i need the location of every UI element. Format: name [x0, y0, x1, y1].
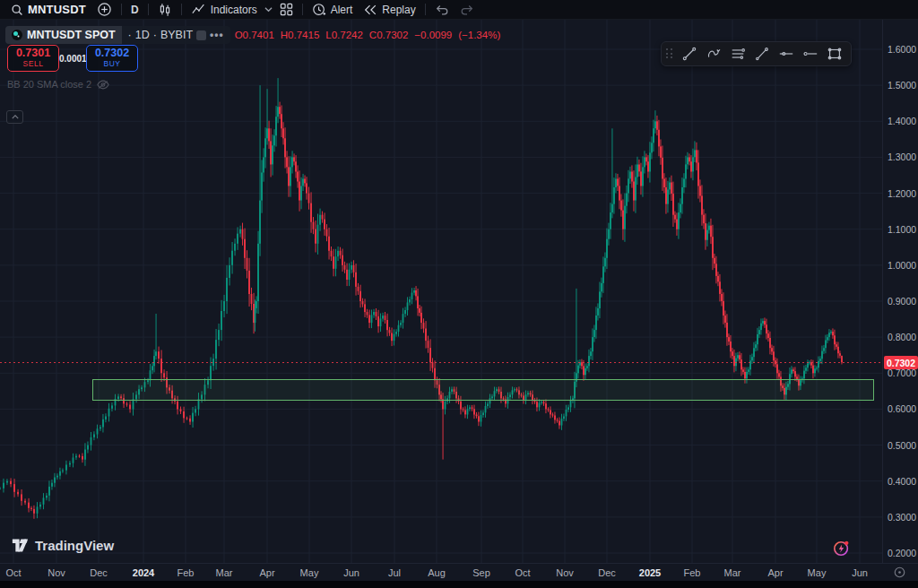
time-tick-label: Oct	[515, 567, 530, 578]
legend-more-button[interactable]: •••	[210, 29, 224, 41]
time-axis[interactable]: OctNovDec2024FebMarAprMayJunJulAugSepOct…	[0, 563, 918, 581]
parallel-lines-tool[interactable]	[726, 43, 749, 65]
chart-pane[interactable]: MNTUSDT SPOT · 1D · BYBIT ••• O0.7401 H0…	[0, 20, 882, 563]
indicators-button[interactable]: Indicators	[186, 0, 263, 20]
undo-icon	[435, 4, 449, 15]
price-tick-label: 0.7000	[888, 368, 916, 378]
chevron-down-icon	[264, 6, 273, 13]
time-tick-label: Aug	[428, 567, 446, 578]
time-tick-label: Feb	[684, 567, 701, 578]
price-tick-label: 1.2000	[888, 188, 916, 199]
rectangle-tool[interactable]	[823, 43, 846, 65]
price-tick-label: 1.3000	[888, 151, 916, 162]
price-tick-label: 1.4000	[888, 116, 916, 126]
price-tick-label: 0.9000	[888, 296, 916, 307]
candles-icon	[158, 3, 172, 17]
symbol-label: MNTUSDT	[28, 3, 86, 16]
time-tick-label: Dec	[90, 567, 108, 578]
trend-line-tool[interactable]	[678, 43, 701, 65]
replay-label: Replay	[382, 4, 415, 16]
interval-button[interactable]: D	[126, 0, 144, 20]
replay-button[interactable]: Replay	[358, 0, 420, 20]
price-tick-label: 0.3000	[888, 512, 916, 523]
spread-value: 0.0001	[59, 54, 86, 64]
price-tick-label: 0.8000	[888, 332, 916, 342]
mnt-coin-logo	[12, 30, 22, 40]
time-tick-label: 2025	[639, 567, 661, 578]
layout-grid-icon	[280, 3, 293, 16]
undo-button[interactable]	[429, 0, 455, 20]
time-tick-label: Nov	[48, 567, 65, 578]
rectangle-icon	[827, 46, 843, 62]
legend-pill[interactable]: MNTUSDT SPOT · 1D · BYBIT •••	[5, 26, 230, 44]
tradingview-logo[interactable]: TradingView	[12, 538, 114, 553]
price-tick-label: 1.5000	[888, 80, 916, 91]
alert-button[interactable]: Alert	[307, 0, 359, 20]
trend-line-icon	[681, 46, 697, 62]
indicator-legend-row[interactable]: BB 20 SMA close 2	[7, 79, 109, 90]
brush-tool[interactable]	[702, 43, 725, 65]
time-tick-label: Dec	[598, 567, 616, 578]
chart-style-button[interactable]	[152, 0, 178, 20]
indicator-name: BB 20 SMA close 2	[7, 79, 91, 90]
time-tick-label: Oct	[5, 567, 21, 578]
legend-symbol-segment[interactable]: MNTUSDT SPOT	[5, 26, 122, 44]
symbol-search-button[interactable]: MNTUSDT	[5, 0, 91, 20]
legend-meta-segment[interactable]: · 1D · BYBIT •••	[122, 29, 230, 41]
flag-icon[interactable]	[196, 30, 206, 40]
toolbar-drag-handle[interactable]	[666, 48, 673, 59]
toolbar-separator	[425, 4, 426, 15]
top-toolbar: MNTUSDT D Indicators Alert Replay	[0, 0, 918, 20]
ohlc-change-pct: (−1.34%)	[458, 30, 500, 40]
trade-panel: 0.7301 SELL 0.0001 0.7302 BUY	[7, 45, 138, 72]
current-price-line	[0, 362, 882, 363]
time-tick-label: Sep	[472, 567, 490, 578]
ohlc-close: C0.7302	[369, 30, 408, 40]
toolbar-separator	[148, 4, 149, 15]
buy-label: BUY	[104, 60, 121, 68]
price-axis[interactable]: 0.7302 0.20000.30000.40000.50000.60000.7…	[882, 20, 918, 563]
sell-label: SELL	[23, 60, 44, 68]
redo-button[interactable]	[455, 0, 480, 20]
chart-canvas[interactable]	[0, 20, 882, 563]
arrow-line-tool[interactable]	[750, 43, 774, 65]
horizontal-ray-tool[interactable]	[775, 43, 798, 65]
time-tick-label: Mar	[724, 567, 741, 578]
time-tick-label: Nov	[556, 567, 574, 578]
ohlc-change: −0.0099	[414, 30, 452, 40]
layout-grid-button[interactable]	[274, 0, 299, 20]
horizontal-line-icon	[802, 46, 818, 62]
price-tick-label: 0.6000	[888, 403, 916, 414]
compare-add-button[interactable]	[91, 0, 117, 20]
horizontal-ray-icon	[778, 46, 794, 62]
time-tick-label: Jun	[343, 567, 359, 578]
buy-button[interactable]: 0.7302 BUY	[86, 45, 138, 72]
time-tick-label: 2024	[133, 567, 154, 578]
indicators-label: Indicators	[211, 4, 257, 16]
time-tick-label: Jun	[852, 567, 868, 578]
toolbar-separator	[121, 4, 122, 15]
time-tick-label: Apr	[259, 567, 274, 578]
chevron-up-icon	[12, 115, 19, 119]
toolbar-separator	[302, 4, 303, 15]
ohlc-high: H0.7415	[281, 30, 319, 40]
legend-collapse-button[interactable]	[6, 110, 23, 124]
price-tick-label: 1.0000	[888, 260, 916, 271]
floating-drawing-toolbar	[661, 41, 852, 66]
time-tick-label: May	[808, 567, 827, 578]
replay-icon	[363, 4, 377, 16]
brush-icon	[706, 46, 722, 62]
indicator-templates-chevron[interactable]	[263, 0, 274, 20]
eye-off-icon[interactable]	[97, 80, 109, 90]
tradingview-window: MNTUSDT D Indicators Alert Replay	[0, 0, 918, 588]
ohlc-open: O0.7401	[235, 30, 274, 40]
sell-button[interactable]: 0.7301 SELL	[7, 45, 59, 72]
legend-dot: ·	[153, 29, 157, 41]
legend-symbol-title: MNTUSDT SPOT	[27, 29, 116, 41]
parallel-lines-icon	[730, 46, 746, 62]
plus-circle-icon	[97, 2, 112, 17]
horizontal-line-tool[interactable]	[799, 43, 822, 65]
tradingview-mark-icon	[12, 538, 29, 553]
drawn-rectangle-zone[interactable]	[92, 379, 874, 401]
boost-button[interactable]	[833, 540, 851, 560]
